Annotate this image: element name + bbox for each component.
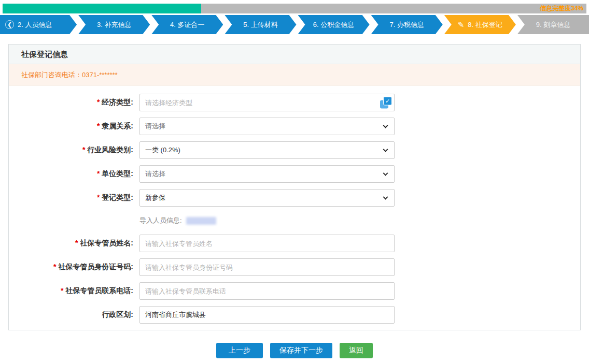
form-row-unit-type: *单位类型: 请选择	[9, 165, 580, 183]
pencil-icon: ✎	[458, 21, 465, 28]
field-label: *社保专管员姓名:	[9, 239, 139, 248]
form-row-economic-type: *经济类型: ✓	[9, 94, 580, 111]
progress-fill	[3, 4, 201, 13]
panel-title: 社保登记信息	[9, 45, 580, 64]
form-row-admin-id-number: *社保专管员身份证号码:	[9, 258, 580, 276]
chevron-down-icon	[383, 171, 388, 176]
social-security-form: *经济类型: ✓ *隶属关系: 请选择	[9, 85, 580, 324]
required-marker: *	[53, 263, 56, 271]
field-label: *单位类型:	[9, 169, 139, 179]
tab-personnel-info[interactable]: ❮ 2. 人员信息	[0, 15, 77, 34]
tab-supplementary-info[interactable]: 3. 补充信息	[78, 15, 150, 34]
field-label: *社保专管员身份证号码:	[9, 263, 139, 272]
progress-bar: 信息完整度34%	[3, 4, 586, 13]
industry-risk-select[interactable]: 一类 (0.2%)	[139, 141, 395, 159]
redacted-value	[186, 217, 216, 225]
tab-multi-cert[interactable]: 4. 多证合一	[151, 15, 223, 34]
tab-label: 6. 公积金信息	[313, 20, 354, 30]
form-row-administrative-division: 行政区划:	[9, 306, 580, 324]
required-marker: *	[82, 145, 85, 154]
economic-type-input[interactable]	[139, 94, 395, 111]
registration-type-select[interactable]: 新参保	[139, 189, 395, 207]
required-marker: *	[97, 193, 100, 201]
notice-bar: 社保部门咨询电话：0371-*******	[9, 64, 580, 85]
field-label: 行政区划:	[9, 310, 139, 319]
admin-phone-input[interactable]	[139, 282, 395, 300]
tab-label: 7. 办税信息	[389, 20, 424, 30]
tab-upload-materials[interactable]: 5. 上传材料	[225, 15, 296, 34]
admin-id-number-input[interactable]	[139, 258, 395, 276]
required-marker: *	[75, 239, 78, 247]
chevron-left-circle-icon[interactable]: ❮	[5, 20, 14, 29]
save-and-next-button[interactable]: 保存并下一步	[270, 343, 332, 358]
tab-label: 3. 补充信息	[97, 20, 131, 30]
form-row-admin-name: *社保专管员姓名:	[9, 235, 580, 252]
required-marker: *	[61, 286, 63, 295]
field-label: *经济类型:	[9, 98, 139, 107]
required-marker: *	[97, 169, 100, 178]
unit-type-select[interactable]: 请选择	[139, 165, 395, 183]
tab-label: 5. 上传材料	[243, 20, 277, 30]
form-row-registration-type: *登记类型: 新参保	[9, 189, 580, 207]
form-row-admin-phone: *社保专管员联系电话:	[9, 282, 580, 300]
tab-label: 9. 刻章信息	[536, 20, 570, 30]
import-personnel-note: 导入人员信息:	[139, 213, 395, 228]
step-nav: ❮ 2. 人员信息 3. 补充信息 4. 多证合一 5. 上传材料 6. 公积金…	[0, 15, 589, 34]
return-button[interactable]: 返回	[340, 343, 373, 358]
required-marker: *	[97, 98, 100, 106]
action-bar: 上一步 保存并下一步 返回	[0, 343, 589, 358]
form-panel: 社保登记信息 社保部门咨询电话：0371-******* *经济类型: ✓ *隶…	[8, 44, 581, 330]
field-label: *登记类型:	[9, 193, 139, 202]
form-row-import-personnel: 导入人员信息:	[9, 213, 580, 228]
tab-housing-fund-info[interactable]: 6. 公积金信息	[298, 15, 370, 34]
tab-tax-info[interactable]: 7. 办税信息	[371, 15, 443, 34]
chevron-down-icon	[383, 195, 388, 200]
tab-social-security-registration[interactable]: ✎ 8. 社保登记	[444, 15, 516, 34]
form-row-industry-risk: *行业风险类别: 一类 (0.2%)	[9, 141, 580, 159]
administrative-division-input[interactable]	[139, 306, 395, 324]
field-label: *社保专管员联系电话:	[9, 286, 139, 296]
select-value: 请选择	[145, 122, 165, 131]
tab-label: 2. 人员信息	[18, 20, 52, 30]
tab-seal-info[interactable]: 9. 刻章信息	[517, 15, 589, 34]
check-icon: ✓	[383, 97, 392, 106]
select-value: 请选择	[145, 169, 165, 179]
select-value: 新参保	[145, 193, 165, 202]
affiliation-select[interactable]: 请选择	[139, 118, 395, 135]
tab-label: 4. 多证合一	[170, 20, 204, 30]
field-label: *行业风险类别:	[9, 145, 139, 155]
progress-label: 信息完整度34%	[540, 4, 583, 13]
required-marker: *	[97, 122, 100, 130]
form-row-affiliation: *隶属关系: 请选择	[9, 118, 580, 135]
select-value: 一类 (0.2%)	[145, 145, 180, 155]
chevron-down-icon	[383, 123, 388, 128]
admin-name-input[interactable]	[139, 235, 395, 252]
field-label: *隶属关系:	[9, 122, 139, 131]
checkbox-picker-icon[interactable]: ✓	[380, 97, 392, 109]
chevron-down-icon	[383, 147, 388, 152]
prev-step-button[interactable]: 上一步	[216, 343, 263, 358]
tab-label: 8. 社保登记	[468, 20, 502, 30]
